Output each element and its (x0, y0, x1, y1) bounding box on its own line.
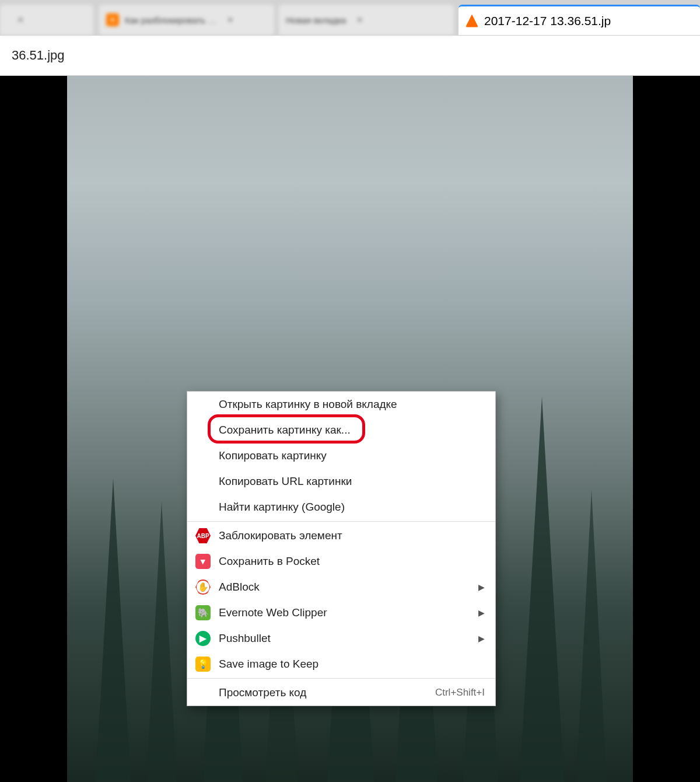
menu-label: Копировать URL картинки (219, 475, 352, 488)
menu-label: Просмотреть код (219, 686, 306, 699)
menu-label: Evernote Web Clipper (219, 606, 327, 619)
menu-label: Сохранить в Pocket (219, 555, 320, 568)
menu-label: Заблокировать элемент (219, 529, 342, 542)
menu-separator (187, 521, 495, 522)
menu-label: Найти картинку (Google) (219, 501, 345, 514)
tab-2[interactable]: ✦ Как разблокировать … × (99, 5, 274, 35)
evernote-icon: 🐘 (195, 605, 211, 620)
menu-label: Копировать картинку (219, 449, 327, 462)
chevron-right-icon: ▶ (478, 608, 485, 617)
menu-search-image-google[interactable]: Найти картинку (Google) (187, 494, 495, 520)
abp-icon: ABP (195, 528, 211, 543)
context-menu: Открыть картинку в новой вкладке Сохрани… (187, 391, 496, 706)
menu-label: Сохранить картинку как... (219, 424, 351, 437)
tab-label: 2017-12-17 13.36.51.jp (484, 14, 611, 28)
menu-save-image-as[interactable]: Сохранить картинку как... (187, 417, 495, 443)
address-bar[interactable]: 36.51.jpg (0, 35, 700, 76)
close-icon[interactable]: × (356, 14, 363, 26)
menu-label: AdBlock (219, 581, 260, 594)
menu-abp-block-element[interactable]: ABP Заблокировать элемент (187, 523, 495, 549)
favicon-icon: ✦ (106, 13, 119, 26)
menu-save-image-to-keep[interactable]: 💡 Save image to Keep (187, 651, 495, 677)
tab-3[interactable]: Новая вкладка × (279, 5, 454, 35)
tabstrip: × ✦ Как разблокировать … × Новая вкладка… (0, 0, 700, 35)
pushbullet-icon: ▶ (195, 631, 211, 646)
adblock-icon: ✋ (195, 579, 211, 595)
chevron-right-icon: ▶ (478, 634, 485, 643)
pocket-icon: ▾ (195, 554, 211, 569)
address-text: 36.51.jpg (12, 48, 65, 63)
menu-label: Pushbullet (219, 632, 271, 645)
menu-label: Save image to Keep (219, 658, 318, 671)
menu-adblock[interactable]: ✋ AdBlock ▶ (187, 574, 495, 600)
menu-inspect[interactable]: Просмотреть код Ctrl+Shift+I (187, 680, 495, 706)
menu-copy-image[interactable]: Копировать картинку (187, 443, 495, 469)
close-icon[interactable]: × (18, 14, 24, 26)
image-viewport: Открыть картинку в новой вкладке Сохрани… (0, 76, 700, 782)
menu-shortcut: Ctrl+Shift+I (435, 687, 485, 699)
keep-icon: 💡 (195, 657, 211, 672)
menu-open-image-new-tab[interactable]: Открыть картинку в новой вкладке (187, 392, 495, 417)
vlc-cone-icon (466, 15, 478, 27)
menu-label: Открыть картинку в новой вкладке (219, 398, 397, 411)
menu-pushbullet[interactable]: ▶ Pushbullet ▶ (187, 626, 495, 651)
menu-evernote-web-clipper[interactable]: 🐘 Evernote Web Clipper ▶ (187, 600, 495, 626)
tab-1[interactable]: × (0, 5, 93, 35)
tab-label: Новая вкладка (286, 15, 346, 25)
menu-separator (187, 678, 495, 679)
menu-copy-image-url[interactable]: Копировать URL картинки (187, 469, 495, 494)
menu-save-to-pocket[interactable]: ▾ Сохранить в Pocket (187, 549, 495, 574)
tab-4-active[interactable]: 2017-12-17 13.36.51.jp (459, 5, 700, 35)
chevron-right-icon: ▶ (478, 582, 485, 592)
close-icon[interactable]: × (228, 14, 234, 26)
tab-label: Как разблокировать … (125, 15, 217, 25)
